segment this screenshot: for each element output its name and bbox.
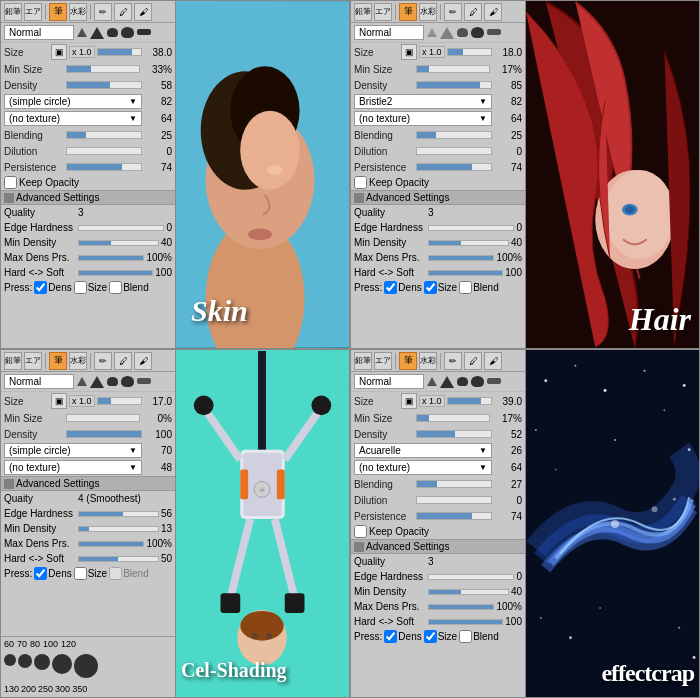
advanced-header-hair[interactable]: Advanced Settings bbox=[351, 190, 525, 205]
pencil-tab-hair[interactable]: 鉛筆 bbox=[354, 3, 372, 21]
circle-dropdown-skin[interactable]: (simple circle) ▼ bbox=[4, 94, 142, 109]
brush-tab-hair[interactable]: 筆 bbox=[399, 3, 417, 21]
density-slider-effect[interactable] bbox=[416, 430, 492, 438]
size-slider-effect[interactable] bbox=[447, 397, 492, 405]
advanced-header-skin[interactable]: Advanced Settings bbox=[1, 190, 175, 205]
blending-slider-effect[interactable] bbox=[416, 480, 492, 488]
minsize-slider-hair[interactable] bbox=[416, 65, 490, 73]
advanced-header-effect[interactable]: Advanced Settings bbox=[351, 539, 525, 554]
press-size-hair[interactable]: Size bbox=[424, 281, 457, 294]
brush-tab-cel[interactable]: 筆 bbox=[49, 352, 67, 370]
watercolor-tab-hair[interactable]: 水彩 bbox=[419, 3, 437, 21]
pencil-icon[interactable]: ✏ bbox=[94, 3, 112, 21]
maxdens-slider-effect[interactable] bbox=[428, 604, 494, 610]
brush-circle-120[interactable] bbox=[74, 654, 98, 678]
texture-dropdown-effect[interactable]: (no texture) ▼ bbox=[354, 460, 492, 475]
bucket-icon[interactable]: 🖊 bbox=[114, 3, 132, 21]
airbrush-tab-hair[interactable]: エア bbox=[374, 3, 392, 21]
persistence-slider-hair[interactable] bbox=[416, 163, 492, 171]
brush-circle-100[interactable] bbox=[52, 654, 72, 674]
maxdens-slider-hair[interactable] bbox=[428, 255, 494, 261]
press-blend-effect[interactable]: Blend bbox=[459, 630, 499, 643]
press-blend-hair[interactable]: Blend bbox=[459, 281, 499, 294]
pencil-icon-cel[interactable]: ✏ bbox=[94, 352, 112, 370]
blend-mode-cel[interactable]: Normal bbox=[4, 374, 74, 389]
press-blend-cel[interactable]: Blend bbox=[109, 567, 149, 580]
size-slider-cel[interactable] bbox=[97, 397, 142, 405]
circle-dropdown-cel[interactable]: (simple circle) ▼ bbox=[4, 443, 142, 458]
watercolor-tab-effect[interactable]: 水彩 bbox=[419, 352, 437, 370]
hardsoft-slider-cel[interactable] bbox=[78, 556, 159, 562]
blending-slider-skin[interactable] bbox=[66, 131, 142, 139]
texture-dropdown-cel[interactable]: (no texture) ▼ bbox=[4, 460, 142, 475]
size-icon-hair[interactable]: ▣ bbox=[401, 44, 417, 60]
pencil-icon-hair[interactable]: ✏ bbox=[444, 3, 462, 21]
dilution-slider-hair[interactable] bbox=[416, 147, 492, 155]
circle-dropdown-hair[interactable]: Bristle2 ▼ bbox=[354, 94, 492, 109]
circle-dropdown-effect[interactable]: Acuarelle ▼ bbox=[354, 443, 492, 458]
edgehard-slider-hair[interactable] bbox=[428, 225, 514, 231]
dilution-slider-skin[interactable] bbox=[66, 147, 142, 155]
bucket-icon-effect[interactable]: 🖊 bbox=[464, 352, 482, 370]
pencil-tab-effect[interactable]: 鉛筆 bbox=[354, 352, 372, 370]
density-slider-skin[interactable] bbox=[66, 81, 142, 89]
press-dens-effect[interactable]: Dens bbox=[384, 630, 421, 643]
keepopacity-check-hair[interactable] bbox=[354, 176, 367, 189]
maxdens-slider-skin[interactable] bbox=[78, 255, 144, 261]
press-dens-skin[interactable]: Dens bbox=[34, 281, 71, 294]
minsize-slider-skin[interactable] bbox=[66, 65, 140, 73]
brush-tab-effect[interactable]: 筆 bbox=[399, 352, 417, 370]
texture-dropdown-skin[interactable]: (no texture) ▼ bbox=[4, 111, 142, 126]
blend-mode-hair[interactable]: Normal bbox=[354, 25, 424, 40]
texture-dropdown-hair[interactable]: (no texture) ▼ bbox=[354, 111, 492, 126]
brush-circle-70[interactable] bbox=[18, 654, 32, 668]
brush2-icon-hair[interactable]: 🖌 bbox=[484, 3, 502, 21]
persistence-slider-effect[interactable] bbox=[416, 512, 492, 520]
airbrush-tab-effect[interactable]: エア bbox=[374, 352, 392, 370]
watercolor-tab[interactable]: 水彩 bbox=[69, 3, 87, 21]
bucket-icon-hair[interactable]: 🖊 bbox=[464, 3, 482, 21]
brush2-icon-effect[interactable]: 🖌 bbox=[484, 352, 502, 370]
size-icon-effect[interactable]: ▣ bbox=[401, 393, 417, 409]
size-icon-cel[interactable]: ▣ bbox=[51, 393, 67, 409]
brush2-icon-cel[interactable]: 🖌 bbox=[134, 352, 152, 370]
bucket-icon-cel[interactable]: 🖊 bbox=[114, 352, 132, 370]
pencil-tab[interactable]: 鉛筆 bbox=[4, 3, 22, 21]
press-size-cel[interactable]: Size bbox=[74, 567, 107, 580]
keepopacity-check-skin[interactable] bbox=[4, 176, 17, 189]
density-slider-hair[interactable] bbox=[416, 81, 492, 89]
brush-circle-80[interactable] bbox=[34, 654, 50, 670]
persistence-slider-skin[interactable] bbox=[66, 163, 142, 171]
size-icon-skin[interactable]: ▣ bbox=[51, 44, 67, 60]
keepopacity-check-effect[interactable] bbox=[354, 525, 367, 538]
mindens-slider-hair[interactable] bbox=[428, 240, 509, 246]
mindens-slider-skin[interactable] bbox=[78, 240, 159, 246]
pencil-tab-cel[interactable]: 鉛筆 bbox=[4, 352, 22, 370]
density-slider-cel[interactable] bbox=[66, 430, 142, 438]
press-blend-skin[interactable]: Blend bbox=[109, 281, 149, 294]
size-slider-skin[interactable] bbox=[97, 48, 142, 56]
minsize-slider-effect[interactable] bbox=[416, 414, 490, 422]
maxdens-slider-cel[interactable] bbox=[78, 541, 144, 547]
watercolor-tab-cel[interactable]: 水彩 bbox=[69, 352, 87, 370]
edgehard-slider-skin[interactable] bbox=[78, 225, 164, 231]
brush2-icon[interactable]: 🖌 bbox=[134, 3, 152, 21]
hardsoft-slider-effect[interactable] bbox=[428, 619, 503, 625]
brush-tab[interactable]: 筆 bbox=[49, 3, 67, 21]
advanced-header-cel[interactable]: Advanced Settings bbox=[1, 476, 175, 491]
size-slider-hair[interactable] bbox=[447, 48, 492, 56]
hardsoft-slider-skin[interactable] bbox=[78, 270, 153, 276]
press-dens-cel[interactable]: Dens bbox=[34, 567, 71, 580]
mindens-slider-effect[interactable] bbox=[428, 589, 509, 595]
dilution-slider-effect[interactable] bbox=[416, 496, 492, 504]
minsize-slider-cel[interactable] bbox=[66, 414, 140, 422]
mindens-slider-cel[interactable] bbox=[78, 526, 159, 532]
pencil-icon-effect[interactable]: ✏ bbox=[444, 352, 462, 370]
airbrush-tab[interactable]: エア bbox=[24, 3, 42, 21]
brush-circle-60[interactable] bbox=[4, 654, 16, 666]
blending-slider-hair[interactable] bbox=[416, 131, 492, 139]
edgehard-slider-cel[interactable] bbox=[78, 511, 159, 517]
press-dens-hair[interactable]: Dens bbox=[384, 281, 421, 294]
airbrush-tab-cel[interactable]: エア bbox=[24, 352, 42, 370]
edgehard-slider-effect[interactable] bbox=[428, 574, 514, 580]
